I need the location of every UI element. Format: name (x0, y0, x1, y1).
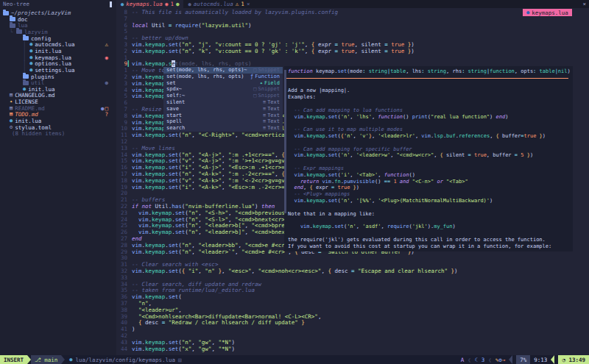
line-number: 26 (116, 229, 127, 235)
tree-item[interactable]: ▤CHANGELOG.md (3, 92, 113, 99)
buffer-line[interactable]: 41) (116, 326, 135, 332)
tab-keymaps[interactable]: ● keymaps.lua ◉ 1 ● (116, 0, 183, 8)
code-text: "<Cmd>nohlsearch<Bar>diffupdate<Bar>norm… (132, 313, 321, 320)
incline-filename-badge[interactable]: ● keymaps.lua (523, 9, 572, 16)
tree-item[interactable]: ⚙stylua.toml (3, 124, 113, 131)
tree-item[interactable]: ✦LICENSE (3, 99, 113, 105)
tree-item-label: options.lua (35, 60, 71, 67)
tree-item[interactable]: plugins (3, 74, 113, 80)
buffer-line[interactable]: 35-- taken from runtime/lua/_editor.lua (116, 287, 255, 293)
lua-icon: ● (121, 1, 124, 7)
buffer-line[interactable]: 20 (116, 190, 132, 196)
line-number: 44 (116, 346, 127, 352)
completion-popup[interactable]: set(mode, lhs, rhs, opts)~□Snippetset(mo… (163, 67, 283, 132)
tree-status-icon: □ (105, 105, 109, 112)
tree-item[interactable]: ▤README.md●□ (3, 105, 113, 112)
tree-hidden-note[interactable]: (8 hidden items) (3, 130, 113, 137)
tab-autocmds[interactable]: ● autocmds.lua ⚠ 1 × (183, 0, 254, 8)
close-icon[interactable]: × (247, 1, 250, 7)
code-text: end (132, 235, 142, 242)
lazy-updates[interactable]: ☾ 3 (475, 357, 485, 363)
buffer-line[interactable]: 31-- Clear search with <esc> (116, 261, 218, 268)
completion-item[interactable]: search≡Text (163, 125, 283, 132)
file-path[interactable]: ● lua/lazyvim/config/keymaps.lua ▤ (69, 357, 181, 363)
code-text: vim.keymap.set("n", "k", "v:count == 0 ?… (132, 48, 415, 54)
buffer-line[interactable]: 2vim.keymap.set("n", "k", "v:count == 0 … (116, 48, 415, 54)
buffer-line[interactable]: 33 (116, 274, 132, 281)
lua-icon: ● (69, 357, 72, 363)
tree-item[interactable]: │ ●autocmds.lua⚠ (3, 41, 113, 48)
buffer-line[interactable]: 42 (116, 332, 132, 339)
file-status-icon: ▤ (178, 357, 182, 363)
indent-guide (3, 74, 23, 80)
buffer-line[interactable]: 38 "<leader>ur", (116, 307, 182, 313)
lazy-count: 3 (482, 357, 485, 363)
line-number: 38 (116, 307, 127, 313)
completion-item[interactable]: spell≡Text (163, 118, 283, 125)
buffer-line[interactable]: 40 { desc = "Redraw / clear hlsearch / d… (116, 319, 305, 326)
tree-item[interactable]: ●init.lua (3, 118, 113, 124)
completion-item[interactable]: start≡Text (163, 113, 283, 119)
buffer-line[interactable]: 6local Util = require("lazyvim.util") (116, 22, 252, 29)
tree-item[interactable]: │ ●options.lua (3, 60, 113, 67)
tree-item[interactable]: │ ●settings.lua (3, 67, 113, 74)
buffer-line[interactable]: 3vim.keymap.set("n", "j", "v:count == 0 … (116, 41, 415, 48)
buffer-line[interactable]: 4-- better up/down (116, 35, 188, 41)
buffer-line[interactable]: 37 "n", (116, 300, 152, 307)
tree-item-label: CHANGELOG.md (15, 92, 54, 99)
git-branch[interactable]: ⎇ main (31, 355, 61, 364)
buffer-line[interactable]: 6 (116, 99, 132, 106)
buffer-line[interactable]: 44vim.keymap.set("x", "gw", "*N") (116, 346, 235, 352)
buffer-line[interactable]: 43vim.keymap.set("n", "gw", "*N") (116, 339, 235, 346)
tree-status-icon: ● (105, 79, 109, 86)
buffer-line[interactable]: 34-- Clear search, diff update and redra… (116, 281, 261, 288)
completion-label: save (166, 106, 179, 113)
buffer-line[interactable]: 36vim.keymap.set( (116, 293, 182, 300)
buffer-line[interactable]: 27end (116, 235, 142, 242)
mode-indicator: INSERT (0, 355, 27, 364)
buffer-line[interactable]: 8-- This file is automatically loaded by… (116, 9, 338, 15)
bufferline: ● keymaps.lua ◉ 1 ● ● autocmds.lua ⚠ 1 ×… (116, 0, 589, 8)
separator-icon: ❮ (488, 357, 492, 363)
buffer-line[interactable]: 5 (116, 28, 132, 35)
completion-item[interactable]: spdx~□Snippet (163, 86, 283, 93)
docs-scrollbar[interactable] (284, 70, 286, 213)
tree-item[interactable]: doc (3, 16, 113, 23)
completion-item[interactable]: self:~□Snippet (163, 93, 283, 99)
buffer-line[interactable]: 12 (116, 138, 132, 145)
buffer-line[interactable]: 30 (116, 254, 132, 261)
completion-item[interactable]: set✦Field (163, 80, 283, 87)
buffer-line[interactable]: 32vim.keymap.set({ "i", "n" }, "<esc>", … (116, 268, 458, 274)
docs-line: end, { expr = true }) (288, 185, 359, 191)
completion-item[interactable]: silent≡Text (163, 99, 283, 106)
completion-item[interactable]: set(mode, lhs, rhs, opts)ƒFunction (163, 74, 283, 80)
docs-line: vim.keymap.set({'n', 'v'}, '<leader>lr',… (288, 133, 546, 140)
buffer-line[interactable]: 21-- buffers (116, 196, 165, 203)
tree-item[interactable]: │ ●init.lua (3, 48, 113, 54)
buffer-line[interactable]: 13-- Move lines (116, 145, 175, 151)
buffer-line[interactable]: 22if not Util.has("nvim-bufferline.lua")… (116, 203, 275, 210)
tree-item[interactable]: ▤TODO.md? (3, 111, 113, 118)
completion-label: silent (166, 99, 185, 106)
line-number: 36 (116, 293, 127, 300)
buffer-line[interactable]: 7 (116, 15, 132, 22)
lua-file-icon: ● (29, 67, 32, 74)
tree-item-label: settings.lua (35, 67, 74, 74)
time-text: 13:49 (568, 357, 585, 363)
tree-item[interactable]: └ lazyvim (3, 29, 113, 35)
text-kind-icon: ≡ (263, 118, 266, 125)
indent-guide (3, 99, 10, 105)
close-all-icon[interactable]: × (582, 1, 586, 7)
tree-item-label: keymaps.lua (35, 54, 71, 61)
indent-guide (3, 86, 23, 93)
completion-item[interactable]: save≡Text (163, 106, 283, 113)
tree-item[interactable]: lua (3, 22, 113, 29)
completion-item[interactable]: set(mode, lhs, rhs, opts)~□Snippet (163, 67, 283, 74)
tree-item[interactable]: ●init.lua (3, 86, 113, 93)
tree-item[interactable]: ~/projects/LazyVim (3, 10, 113, 16)
autoformat-indicator: A (461, 357, 465, 363)
buffer-line[interactable]: 39 "<Cmd>nohlsearch<Bar>diffupdate<Bar>n… (116, 313, 321, 320)
powerline-separator (551, 355, 554, 364)
tree-item[interactable]: util● (3, 79, 113, 86)
indent-guide: │ (3, 41, 29, 48)
